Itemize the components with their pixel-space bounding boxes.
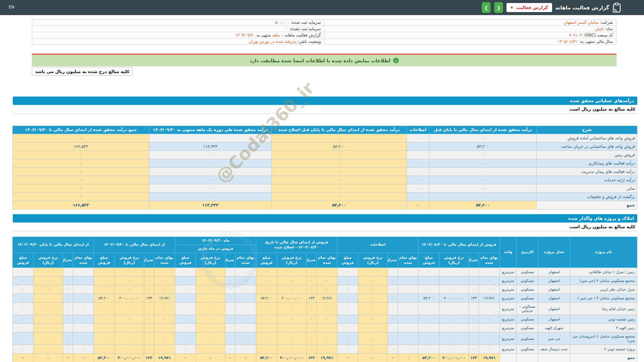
value-cell: ۰	[337, 294, 358, 303]
total-value-cell: ۱۹,۹۷۱	[479, 354, 500, 362]
value-cell: ۰	[225, 324, 235, 333]
total-value-cell: ۰	[397, 354, 418, 362]
value-cell: ۰	[73, 294, 94, 303]
project-row: مجتمع مسکوني سامان ۶ (سروستان جي شیر)جي …	[12, 333, 637, 345]
value-cell: ۰	[358, 277, 387, 285]
value-cell: ۰	[12, 268, 33, 277]
group-header: از ابتداي سال مالي تا پایان ۱۴۰۳/۰۹/۳۰	[12, 237, 94, 253]
value-cell: ۰	[225, 303, 235, 315]
value-cell: ۰	[429, 159, 537, 168]
value-cell: ۰	[235, 324, 256, 333]
page: { "colors": { "header_bar": "#37474F", "…	[0, 0, 644, 362]
value-cell: ۰	[277, 277, 306, 285]
project-usage: مسکوني	[517, 333, 538, 345]
value-cell: ۰	[154, 345, 175, 354]
operating-revenue-table: شرحدرآمد محقق شده از ابتداي سال مالي تا …	[12, 126, 637, 209]
company-info-row: گزارش فعالیت ماهانه ۱ ماهه منتهی به ۱۴۰۴…	[32, 32, 324, 39]
subcolumn-header: مبلغ فروش	[256, 253, 277, 268]
project-name: مجتمع مسکوني سامان ۲ (جي شیر)	[570, 277, 637, 285]
value-cell: ۰	[149, 151, 272, 159]
table-row: درآمد فعالیت هاي پیمان مدیریت۰۰۰۰۰	[13, 168, 637, 176]
value-cell: ۰	[418, 324, 439, 333]
value-cell: ۰	[256, 277, 277, 285]
value-cell: ۰	[63, 277, 73, 285]
value-cell: ۰	[149, 193, 272, 201]
value-cell: ۰	[12, 315, 33, 324]
total-value-cell: ۱۹,۹۷۱	[316, 354, 337, 362]
value-cell: ۰	[235, 333, 256, 345]
value-cell: ۰	[12, 277, 33, 285]
project-usage: مسکوني	[517, 277, 538, 285]
language-toggle[interactable]: EN	[9, 5, 14, 9]
project-unit: مترمربع	[500, 285, 517, 294]
value-cell: ۰	[272, 184, 407, 193]
project-name: زمین ( منزل ) خیابان طالقاني	[570, 268, 637, 277]
value-cell: ۰	[256, 285, 277, 294]
column-header: نام پروژه	[570, 237, 637, 268]
value-cell: ۰	[154, 285, 175, 294]
subcolumn-header: نرخ فروش (ريال)	[439, 253, 469, 268]
company-info-row: شرکت: سامان گستر اصفهان	[325, 19, 616, 26]
value-cell: ۰	[196, 294, 225, 303]
value-cell: ۰	[235, 285, 256, 294]
value-cell: ۰	[154, 277, 175, 285]
subcolumn-header: متراژ	[144, 253, 154, 268]
row-label: درآمد فعالیت هاي پیمانکاري	[537, 159, 637, 168]
value-cell: ۰	[418, 285, 439, 294]
value-cell: ۰	[114, 277, 144, 285]
value-cell: ۰	[316, 303, 337, 315]
value-cell: ۵۳,۲۰۰	[94, 294, 114, 303]
value-cell: ۰	[196, 303, 225, 315]
total-value-cell: ۵۳,۲۰۰	[94, 354, 114, 362]
group-header: ماه ۱۴۰۴/۰۹/۳۰	[175, 237, 256, 245]
group-header: فروش از ابتداي سال مالي تا تاریخ ۱۴۰۴/۰۸…	[256, 237, 337, 253]
prev-report-button[interactable]: ❯	[482, 2, 491, 13]
value-cell: ۰	[439, 333, 469, 345]
value-cell: ۰	[387, 285, 397, 294]
next-report-button[interactable]: ❮	[494, 2, 503, 13]
report-type-dropdown[interactable]: گزارش فعالیت ▼	[506, 3, 552, 12]
value-cell: ۱۹,۹۷۱	[316, 294, 337, 303]
value-cell: ۵۳,۲۰۰	[272, 142, 407, 151]
row-label: فروش واحد هاي ساختماني در جریان ساخت	[537, 142, 637, 151]
table-row: فروش زمین۰۰۰۰۰	[13, 151, 637, 159]
value-cell: ۰	[439, 285, 469, 294]
value-cell: ۰	[407, 184, 429, 193]
value-cell: ۰	[63, 333, 73, 345]
value-cell: ۰	[63, 268, 73, 277]
value-cell: ۰	[13, 193, 149, 201]
column-header: درآمد محقق شده از ابتداي سال مالي تا پای…	[272, 126, 407, 134]
project-name: زمین خیابان امام رضا	[570, 303, 637, 315]
value-cell: ۰	[73, 277, 94, 285]
project-row: زمین خیابان امام رضااصفهانمسکوني - خدمات…	[12, 303, 637, 315]
total-value-cell: ۴۰۰,۰۰۰,۰۰۰	[439, 354, 469, 362]
value-cell: ۰	[439, 268, 469, 277]
info-value: ثامان	[595, 26, 604, 31]
total-value-cell: ۰	[337, 354, 358, 362]
column-header: جمع درآمد محقق شده از ابتداي سال مالي تا…	[13, 126, 149, 134]
value-cell: ۰	[63, 345, 73, 354]
project-name: مجتمع مسکوني سامان ۳ ( جي شیر )	[570, 294, 637, 303]
subcolumn-header: نرخ فروش (ريال)	[33, 253, 63, 268]
value-cell: ۰	[439, 303, 469, 315]
value-cell: ۰	[337, 285, 358, 294]
value-cell: ۰	[469, 277, 479, 285]
value-cell: ۰	[13, 151, 149, 159]
total-value-cell: ۴۰۰,۰۰۰,۰۰۰	[114, 354, 144, 362]
value-cell: ۰	[175, 268, 196, 277]
info-label: سرمایه ثبت شده:	[291, 20, 321, 25]
value-cell: ۰	[316, 285, 337, 294]
value-cell: ۰	[337, 268, 358, 277]
project-usage: مسکوني	[517, 285, 538, 294]
info-label: نماد:	[605, 26, 613, 31]
project-location: اصفهان	[538, 294, 570, 303]
value-cell: ۰	[407, 193, 429, 201]
value-cell: ۰	[12, 285, 33, 294]
project-row: زمین ( منزل ) خیابان طالقانياصفهانمسکوني…	[12, 268, 637, 277]
value-cell: ۰	[407, 176, 429, 184]
value-cell: ۰	[196, 324, 225, 333]
value-cell: ۰	[387, 268, 397, 277]
info-icon: i	[393, 58, 399, 63]
project-usage: مسکوني	[517, 315, 538, 324]
report-clipboard-icon	[612, 3, 621, 13]
